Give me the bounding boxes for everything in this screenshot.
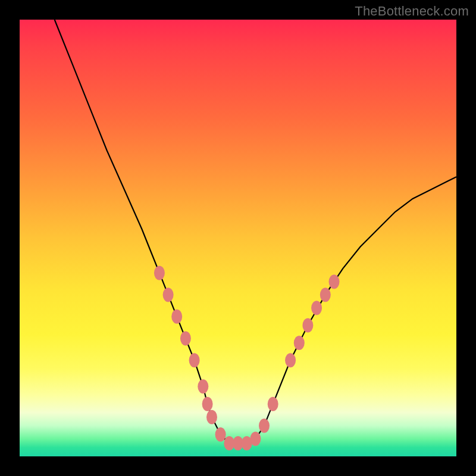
marker-group: [154, 266, 340, 450]
marker-point: [294, 336, 305, 350]
marker-point: [250, 432, 261, 446]
marker-point: [259, 419, 270, 433]
marker-point: [154, 266, 165, 280]
marker-point: [206, 410, 217, 424]
marker-point: [311, 300, 322, 315]
bottleneck-curve: [55, 20, 456, 443]
marker-point: [163, 287, 174, 302]
marker-point: [285, 353, 296, 368]
marker-point: [329, 274, 340, 289]
marker-point: [268, 397, 278, 411]
marker-point: [180, 331, 191, 346]
marker-point: [198, 380, 208, 394]
plot-area: [20, 20, 456, 456]
chart-frame: TheBottleneck.com: [0, 0, 476, 476]
chart-svg: [20, 20, 456, 456]
marker-point: [202, 397, 213, 411]
marker-point: [320, 287, 331, 302]
marker-point: [171, 309, 182, 324]
watermark-text: TheBottleneck.com: [355, 4, 469, 19]
marker-point: [189, 353, 200, 368]
marker-point: [215, 427, 226, 441]
marker-point: [302, 318, 313, 333]
